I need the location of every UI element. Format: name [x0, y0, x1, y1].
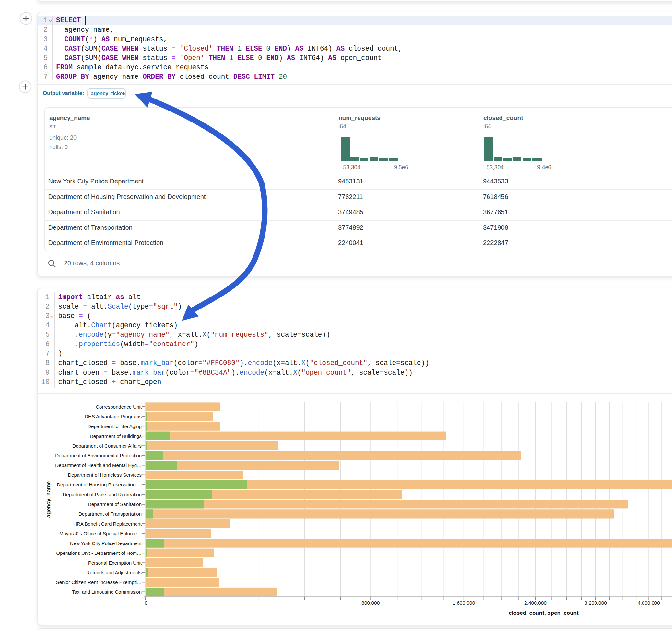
svg-text:3,200,000: 3,200,000 [584, 600, 607, 606]
svg-text:Department of Environmental Pr: Department of Environmental Protection [55, 453, 142, 458]
svg-text:4,000,000: 4,000,000 [638, 600, 660, 606]
svg-text:DHS Advantage Programs: DHS Advantage Programs [85, 414, 142, 419]
svg-text:Senior Citizen Rent Increase E: Senior Citizen Rent Increase Exempti… [56, 579, 142, 585]
svg-text:800,000: 800,000 [361, 600, 380, 606]
svg-text:Department of Parks and Recrea: Department of Parks and Recreation [63, 492, 142, 497]
svg-text:Department for the Aging: Department for the Aging [88, 423, 142, 429]
svg-text:Mayorâ€ s Office of Special En: Mayorâ€ s Office of Special Enforce… [59, 531, 142, 536]
svg-text:Taxi and Limousine Commission: Taxi and Limousine Commission [72, 589, 142, 595]
svg-text:HRA Benefit Card Replacement: HRA Benefit Card Replacement [73, 521, 142, 527]
svg-text:Department of Sanitation: Department of Sanitation [88, 501, 142, 507]
svg-text:1,600,000: 1,600,000 [453, 600, 475, 606]
svg-text:2,400,000: 2,400,000 [524, 600, 547, 606]
svg-text:New York City Police Departmen: New York City Police Department [70, 540, 142, 546]
svg-text:agency_name: agency_name [45, 481, 51, 517]
svg-text:closed_count, open_count: closed_count, open_count [509, 610, 579, 616]
svg-text:Department of Health and Menta: Department of Health and Mental Hyg… [55, 462, 142, 468]
svg-text:Department of Homeless Service: Department of Homeless Services [68, 472, 142, 478]
svg-text:Department of Housing Preserva: Department of Housing Preservation … [57, 482, 142, 487]
svg-text:Refunds and Adjustments: Refunds and Adjustments [86, 570, 142, 575]
svg-text:Department of Buildings: Department of Buildings [90, 433, 142, 439]
svg-text:Department of Transportation: Department of Transportation [78, 511, 142, 516]
svg-text:Correspondence Unit: Correspondence Unit [96, 404, 142, 410]
svg-text:Personal Exemption Unit: Personal Exemption Unit [88, 560, 142, 565]
svg-text:0: 0 [145, 600, 147, 606]
svg-text:Operations Unit - Department o: Operations Unit - Department of Hom… [56, 550, 142, 556]
svg-text:Department of Consumer Affairs: Department of Consumer Affairs [72, 443, 142, 449]
